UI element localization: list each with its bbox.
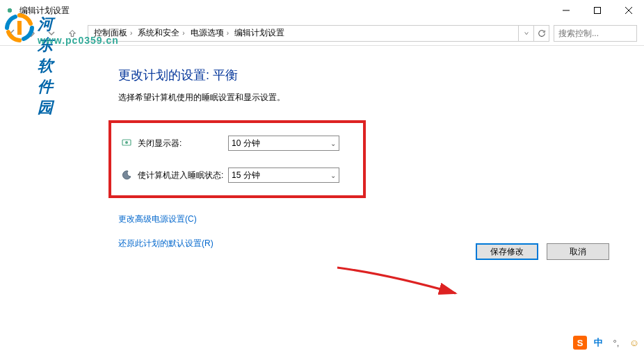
sleep-label: 使计算机进入睡眠状态:	[138, 170, 228, 181]
crumb-0[interactable]: 控制面板›	[92, 27, 136, 39]
tray-punct-icon[interactable]: °,	[609, 336, 623, 350]
display-off-label: 关闭显示器:	[138, 138, 228, 149]
tray-sogou-icon[interactable]: S	[573, 336, 587, 350]
advanced-settings-link[interactable]: 更改高级电源设置(C)	[118, 213, 644, 225]
page-title: 更改计划的设置: 平衡	[118, 67, 644, 83]
app-icon	[4, 5, 15, 16]
moon-icon	[121, 170, 132, 181]
tray-emoji-icon[interactable]: ☺	[627, 336, 641, 350]
highlighted-settings: 关闭显示器: 10 分钟 ⌄ 使计算机进入睡眠状态: 15 分钟 ⌄	[108, 120, 366, 198]
breadcrumb[interactable]: 控制面板› 系统和安全› 电源选项› 编辑计划设置	[88, 25, 549, 42]
display-off-row: 关闭显示器: 10 分钟 ⌄	[121, 136, 353, 151]
sleep-select[interactable]: 15 分钟 ⌄	[228, 168, 339, 183]
chevron-right-icon: ›	[227, 29, 229, 37]
tray-ime-icon[interactable]: 中	[591, 336, 605, 350]
chevron-down-icon: ⌄	[330, 140, 336, 147]
search-box[interactable]	[554, 25, 637, 42]
breadcrumb-dropdown-button[interactable]	[518, 26, 533, 41]
display-off-select[interactable]: 10 分钟 ⌄	[228, 136, 339, 151]
minimize-button[interactable]	[550, 0, 581, 21]
svg-rect-1	[594, 8, 600, 14]
chevron-right-icon: ›	[182, 29, 184, 37]
action-buttons: 保存修改 取消	[476, 243, 609, 260]
maximize-button[interactable]	[581, 0, 613, 21]
search-input[interactable]	[558, 28, 632, 38]
close-button[interactable]	[613, 0, 644, 21]
nav-up-button[interactable]	[64, 25, 81, 42]
navbar: 控制面板› 系统和安全› 电源选项› 编辑计划设置	[0, 21, 644, 46]
display-icon	[121, 138, 132, 149]
crumb-3[interactable]: 编辑计划设置	[233, 27, 286, 39]
chevron-down-icon: ⌄	[330, 172, 336, 179]
chevron-right-icon: ›	[130, 29, 132, 37]
nav-history-button[interactable]	[42, 24, 61, 43]
refresh-button[interactable]	[533, 26, 549, 41]
cancel-button[interactable]: 取消	[547, 243, 609, 260]
save-button[interactable]: 保存修改	[476, 243, 538, 260]
system-tray: S 中 °, ☺	[573, 336, 641, 350]
crumb-1[interactable]: 系统和安全›	[136, 27, 188, 39]
window-title: 编辑计划设置	[19, 5, 70, 17]
svg-point-5	[125, 141, 128, 144]
page-description: 选择希望计算机使用的睡眠设置和显示设置。	[118, 92, 644, 104]
titlebar: 编辑计划设置	[0, 0, 644, 21]
crumb-2[interactable]: 电源选项›	[189, 27, 233, 39]
content-area: 更改计划的设置: 平衡 选择希望计算机使用的睡眠设置和显示设置。 关闭显示器: …	[0, 46, 644, 250]
sleep-row: 使计算机进入睡眠状态: 15 分钟 ⌄	[121, 168, 353, 183]
nav-forward-button[interactable]	[22, 24, 42, 43]
annotation-arrow	[334, 264, 473, 306]
nav-back-button[interactable]	[3, 24, 22, 43]
